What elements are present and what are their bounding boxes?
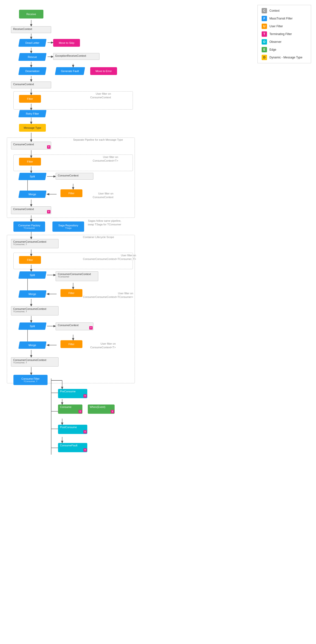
saga-repository-sub: TSaga <box>65 227 72 229</box>
consumer-factory-sub: TConsumer <box>23 227 35 229</box>
filter-4-label: Filter <box>27 258 33 262</box>
sagas-label: Sagas follow same pipeline,swap TSaga fo… <box>88 219 121 226</box>
pre-consume-node: PreConsume T <box>58 389 87 398</box>
consume-context-4-box: ConsumeContext T <box>11 206 51 214</box>
filter-1-label: Filter <box>27 97 33 100</box>
legend-label-user: User Filter <box>269 24 283 28</box>
region-label-user-filter-consumer2: User filter onConsumerConsumeContext<TCo… <box>83 292 133 299</box>
merge-3-node: Merge <box>18 342 46 349</box>
consumer-consume-context-1-label: ConsumerConsumeContext <box>13 240 46 243</box>
split-1-node: Split <box>18 173 46 180</box>
dead-letter-node: Dead Letter <box>18 39 47 47</box>
legend-letter-u: U <box>263 24 265 28</box>
consume-filter-sub: TConsumer, T <box>24 380 38 382</box>
message-type-node: Message Type <box>19 124 46 132</box>
legend-box-terminating: T <box>262 32 267 37</box>
receive-node: Receive <box>19 10 43 18</box>
consumer-factory-label: Consumer Factory <box>18 224 40 227</box>
rescue-node: Rescue <box>18 53 47 61</box>
receive-context-label: ReceiveContext <box>13 28 32 30</box>
region-label-container-lifecycle: Container Lifecycle Scope <box>83 236 114 238</box>
legend-letter-d: D <box>263 56 265 59</box>
legend-label-dynamic: Dynamic - Message Type <box>269 56 302 59</box>
consumer-consume-context-4-label: ConsumerConsumeContext <box>13 358 46 362</box>
legend-label-masstransit: MassTransit Filter <box>269 17 293 20</box>
post-consume-label: PostConsume <box>60 426 77 428</box>
legend-item-terminating: T Terminating Filter <box>262 32 307 37</box>
legend-letter-e: E <box>263 48 265 51</box>
consume-context-1-label: ConsumeContext <box>13 83 34 86</box>
legend-label-terminating: Terminating Filter <box>269 32 292 36</box>
region-label-separate-pipeline: Separate Pipeline for each Message Type <box>73 138 123 141</box>
consume-context-5-box: ConsumeContext T <box>56 322 93 330</box>
split-2-label: Split <box>30 274 35 276</box>
legend-letter-o: O <box>263 40 265 44</box>
message-type-label: Message Type <box>24 126 41 129</box>
legend: C Context F MassTransit Filter U User Fi… <box>257 5 311 63</box>
legend-item-user: U User Filter <box>262 24 307 29</box>
legend-letter-c: C <box>263 9 265 12</box>
split-3-node: Split <box>18 322 46 330</box>
exception-receive-context-label: ExceptionReceiveContext <box>55 54 86 57</box>
receive-label: Receive <box>26 13 36 16</box>
merge-2-node: Merge <box>18 290 46 298</box>
filter-3-node: Filter <box>60 189 82 197</box>
move-to-skip-node: Move to Skip <box>53 39 80 47</box>
legend-item-edge: E Edge <box>262 47 307 52</box>
legend-item-dynamic: D Dynamic - Message Type <box>262 55 307 60</box>
when-event-label: When(Event) <box>90 406 105 408</box>
filter-6-node: Filter <box>60 340 82 348</box>
merge-2-label: Merge <box>29 292 36 296</box>
consume-context-2-label: ConsumeContext <box>13 143 34 146</box>
consumer-consume-context-2-label: ConsumerConsumeContext <box>58 272 91 276</box>
when-event-node: When(Event) T <box>88 404 115 414</box>
diagram-container: C Context F MassTransit Filter U User Fi… <box>0 0 316 644</box>
rescue-label: Rescue <box>28 56 37 58</box>
post-consume-node: PostConsume T <box>58 425 87 434</box>
consumer-consume-context-3-box: ConsumerConsumeContext TConsumer, T <box>11 306 59 316</box>
legend-letter-f: F <box>263 17 265 20</box>
split-3-label: Split <box>30 325 35 328</box>
merge-1-node: Merge <box>18 190 46 198</box>
split-2-node: Split <box>18 272 46 279</box>
merge-3-label: Merge <box>29 344 36 346</box>
legend-item-context: C Context <box>262 8 307 14</box>
move-to-error-node: Move to Error <box>90 67 117 75</box>
consume-context-1-box: ConsumeContext <box>11 82 51 88</box>
retry-filter-label: Retry Filter <box>26 112 39 115</box>
merge-1-label: Merge <box>29 193 36 196</box>
legend-box-context: C <box>262 8 267 14</box>
consume-fault-label: ConsumeFault <box>60 444 78 447</box>
region-label-user-filter-consume: User filter onConsumeContext <box>90 92 111 100</box>
legend-letter-t: T <box>263 32 265 36</box>
filter-5-label: Filter <box>69 292 74 294</box>
consume-label: Consume <box>60 406 71 408</box>
consume-filter-node: Consume Filter TConsumer, T <box>14 375 48 385</box>
saga-repository-node: Saga Repository TSaga <box>52 222 84 232</box>
legend-label-edge: Edge <box>269 48 276 51</box>
legend-label-observer: Observer <box>269 40 281 44</box>
deserializer-node: Deserializer <box>18 67 47 75</box>
region-label-user-filter-consume-t2: User filter onConsumeContext<T> <box>90 342 116 350</box>
consumer-consume-context-1-box: ConsumerConsumeContext TConsumer, T <box>11 239 59 248</box>
pre-consume-label: PreConsume <box>60 390 76 393</box>
filter-3-label: Filter <box>69 192 74 195</box>
move-to-error-label: Move to Error <box>96 70 112 72</box>
region-label-user-filter-consumer-t: User filter onConsumerConsumeContext<TCo… <box>83 254 136 261</box>
move-to-skip-label: Move to Skip <box>59 42 74 44</box>
consume-context-3-label: ConsumeContext <box>58 174 79 177</box>
consumer-consume-context-3-label: ConsumerConsumeContext <box>13 308 46 310</box>
generate-fault-node: Generate Fault <box>55 67 85 75</box>
consumer-consume-context-1-sub: TConsumer, T <box>13 243 27 246</box>
generate-fault-label: Generate Fault <box>61 70 79 72</box>
consumer-consume-context-3-sub: TConsumer, T <box>13 310 27 313</box>
filter-1-node: Filter <box>19 95 41 103</box>
consumer-consume-context-4-sub: TConsumer, T <box>13 362 27 364</box>
receive-context-box: ReceiveContext <box>11 26 51 33</box>
consume-filter-label: Consume Filter <box>22 377 40 380</box>
legend-item-observer: O Observer <box>262 39 307 44</box>
legend-box-masstransit: F <box>262 16 267 21</box>
consumer-consume-context-2-box: ConsumerConsumeContext TConsumer <box>56 272 98 281</box>
consume-node: Consume T <box>58 404 82 414</box>
deserializer-label: Deserializer <box>25 70 40 72</box>
